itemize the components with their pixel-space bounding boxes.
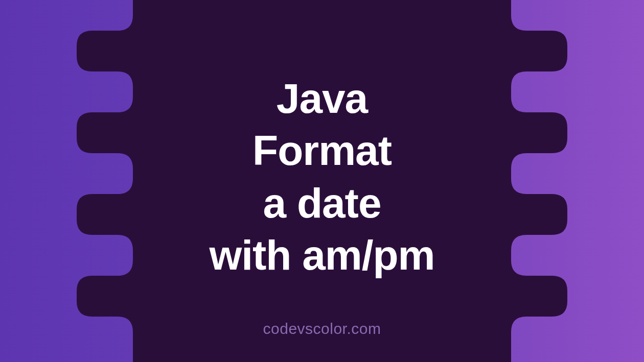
graphic-canvas: Java Format a date with am/pm codevscolo… (0, 0, 644, 362)
watermark: codevscolor.com (263, 320, 381, 337)
title-container: Java Format a date with am/pm (209, 72, 434, 281)
title-line-2: Format (209, 125, 434, 177)
title-line-3: a date (209, 177, 434, 229)
title-line-1: Java (209, 72, 434, 125)
title-line-4: with am/pm (209, 229, 434, 282)
